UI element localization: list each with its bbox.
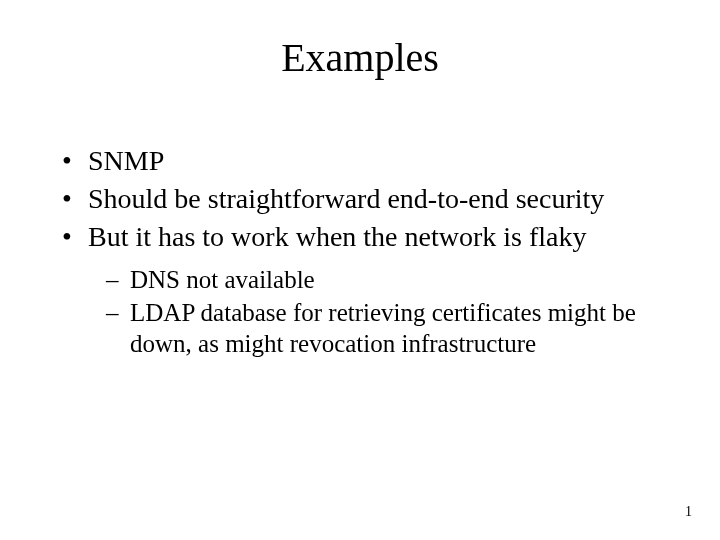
bullet-text: Should be straightforward end-to-end sec… bbox=[88, 183, 604, 214]
page-number: 1 bbox=[685, 504, 692, 520]
bullet-item: SNMP bbox=[60, 144, 672, 178]
slide-title: Examples bbox=[0, 34, 720, 81]
sub-bullet-item: LDAP database for retrieving certificate… bbox=[106, 297, 672, 359]
slide: Examples SNMP Should be straightforward … bbox=[0, 0, 720, 540]
bullet-item: But it has to work when the network is f… bbox=[60, 220, 672, 359]
sub-bullet-text: DNS not available bbox=[130, 266, 315, 293]
sub-bullet-list: DNS not available LDAP database for retr… bbox=[88, 264, 672, 359]
bullet-text: SNMP bbox=[88, 145, 164, 176]
slide-body: SNMP Should be straightforward end-to-en… bbox=[60, 144, 672, 363]
sub-bullet-item: DNS not available bbox=[106, 264, 672, 295]
sub-bullet-text: LDAP database for retrieving certificate… bbox=[130, 299, 636, 357]
bullet-item: Should be straightforward end-to-end sec… bbox=[60, 182, 672, 216]
bullet-list: SNMP Should be straightforward end-to-en… bbox=[60, 144, 672, 359]
bullet-text: But it has to work when the network is f… bbox=[88, 221, 586, 252]
